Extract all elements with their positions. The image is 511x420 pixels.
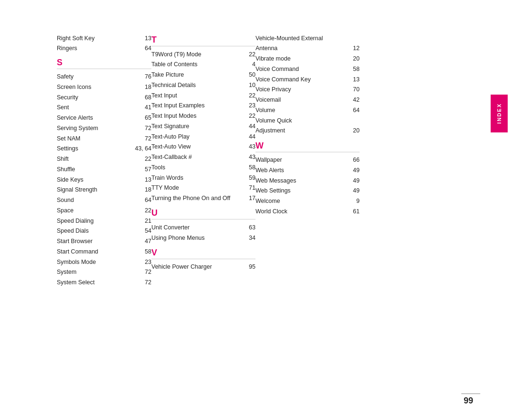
entry-name: Vehicle-Mounted External <box>256 35 323 42</box>
list-item: Shift22 <box>57 154 151 165</box>
entry-page: 34 <box>241 234 256 243</box>
entries-w: Wallpaper66 Web Alerts49 Web Messages49 … <box>256 155 360 217</box>
list-item: Text-Auto View43 <box>151 142 256 152</box>
list-item: Tools58 <box>151 162 256 173</box>
entry-name: Technical Details <box>151 81 241 90</box>
entry-name: Text-Auto View <box>151 142 241 151</box>
entries-top-left: Right Soft Key 13 Ringers 64 <box>57 33 151 54</box>
entry-page: 22 <box>241 91 256 100</box>
entry-page: 43 <box>241 153 256 162</box>
entry-page: 22 <box>241 50 256 59</box>
entry-page: 76 <box>137 72 151 81</box>
list-item: Adjustment20 <box>256 126 360 136</box>
entry-page: 18 <box>137 185 151 194</box>
entries-v: Vehicle Power Charger95 <box>151 262 256 272</box>
right-sidebar: INDEX <box>487 0 511 420</box>
section-t: T T9Word (T9) Mode22 Table of Contents4 … <box>151 35 256 203</box>
list-item: Vehicle Power Charger95 <box>151 262 256 272</box>
entry-name: Voice Command <box>256 65 345 74</box>
list-item: Shuffle57 <box>57 164 151 175</box>
entry-name: System <box>57 268 137 277</box>
list-item: Speed Dialing21 <box>57 216 151 226</box>
section-vehicle: Vehicle-Mounted External Antenna12 Vibra… <box>256 33 360 136</box>
entry-name: Shuffle <box>57 165 137 174</box>
list-item: Text-Callback #43 <box>151 152 256 163</box>
entry-name: Start Command <box>57 247 137 256</box>
entry-page: 20 <box>345 54 360 63</box>
section-u: U Unit Converter63 Using Phone Menus34 <box>151 208 256 243</box>
entry-name: Voicemail <box>256 96 345 105</box>
entry-name: Welcome <box>256 197 345 206</box>
entry-name: Safety <box>57 72 137 81</box>
list-item: Text Input22 <box>151 90 256 101</box>
list-item: Web Settings49 <box>256 186 360 196</box>
entry-page: 61 <box>345 207 360 216</box>
list-item: Voicemail42 <box>256 95 360 105</box>
entry-name: Table of Contents <box>151 60 241 69</box>
list-item: Security68 <box>57 92 151 103</box>
col-mid: T T9Word (T9) Mode22 Table of Contents4 … <box>151 28 256 401</box>
list-item: Right Soft Key 13 <box>57 33 151 44</box>
entry-page: 58 <box>345 65 360 74</box>
list-item: Speed Dials54 <box>57 226 151 236</box>
entry-name: Set NAM <box>57 134 137 143</box>
entry-name: Start Browser <box>57 237 137 246</box>
entry-name: Unit Converter <box>151 223 241 232</box>
entry-page: 54 <box>137 227 151 236</box>
entry-name: Serving System <box>57 124 137 133</box>
entry-page: 10 <box>241 81 256 90</box>
list-item: Screen Icons18 <box>57 82 151 92</box>
entry-page: 17 <box>241 194 256 203</box>
list-item: Web Messages49 <box>256 175 360 186</box>
entry-name: Right Soft Key <box>57 34 137 43</box>
entry-page: 47 <box>137 237 151 246</box>
entry-page: 66 <box>345 156 360 165</box>
list-item: Vehicle-Mounted External <box>256 33 360 44</box>
entry-name: TTY Mode <box>151 184 241 192</box>
entry-name: Tools <box>151 163 241 172</box>
entry-page: 68 <box>137 93 151 102</box>
entry-name: Wallpaper <box>256 156 345 165</box>
entry-name: Web Messages <box>256 176 345 185</box>
entry-page: 22 <box>241 112 256 121</box>
list-item: Volume64 <box>256 105 360 115</box>
section-divider-u <box>151 219 256 219</box>
entry-page: 22 <box>137 206 151 215</box>
list-item: Turning the Phone On and Off 17 <box>151 193 256 204</box>
entry-page: 49 <box>345 176 360 185</box>
entry-name: Screen Icons <box>57 83 137 92</box>
entry-page: 64 <box>137 44 151 53</box>
entry-page: 64 <box>137 196 151 205</box>
content-area: Right Soft Key 13 Ringers 64 S Safety76 … <box>57 28 473 401</box>
section-w: W Wallpaper66 Web Alerts49 Web Messages4… <box>256 141 360 217</box>
entry-name: Volume Quick <box>256 117 292 124</box>
entry-name: Text Input Modes <box>151 112 241 121</box>
page-number-line <box>461 394 480 394</box>
list-item: Serving System72 <box>57 123 151 133</box>
entry-name: Vibrate mode <box>256 54 345 63</box>
list-item: Sent41 <box>57 103 151 113</box>
list-item: Text-Auto Play44 <box>151 131 256 142</box>
entry-name: Signal Strength <box>57 185 137 194</box>
list-item: Side Keys13 <box>57 175 151 185</box>
entry-name: Speed Dials <box>57 227 137 236</box>
list-item: System72 <box>57 267 151 278</box>
entries-u: Unit Converter63 Using Phone Menus34 <box>151 222 256 243</box>
entry-page: 70 <box>345 85 360 94</box>
list-item: Vibrate mode20 <box>256 54 360 64</box>
index-tab-label: INDEX <box>496 103 502 124</box>
entry-name: Turning the Phone On and Off <box>151 194 241 203</box>
entry-page: 23 <box>241 101 256 110</box>
section-block-top-left: Right Soft Key 13 Ringers 64 <box>57 33 151 54</box>
list-item: Settings43, 64 <box>57 144 151 154</box>
entry-name: Voice Privacy <box>256 85 345 94</box>
entry-page: 44 <box>241 132 256 141</box>
entry-page: 23 <box>137 258 151 267</box>
entry-name: Web Alerts <box>256 166 345 175</box>
entry-page: 72 <box>137 268 151 277</box>
list-item: Web Alerts49 <box>256 165 360 175</box>
entry-page: 43 <box>241 142 256 151</box>
entry-name: Side Keys <box>57 175 137 184</box>
section-divider-s <box>57 69 151 69</box>
col-right: Vehicle-Mounted External Antenna12 Vibra… <box>256 28 360 401</box>
